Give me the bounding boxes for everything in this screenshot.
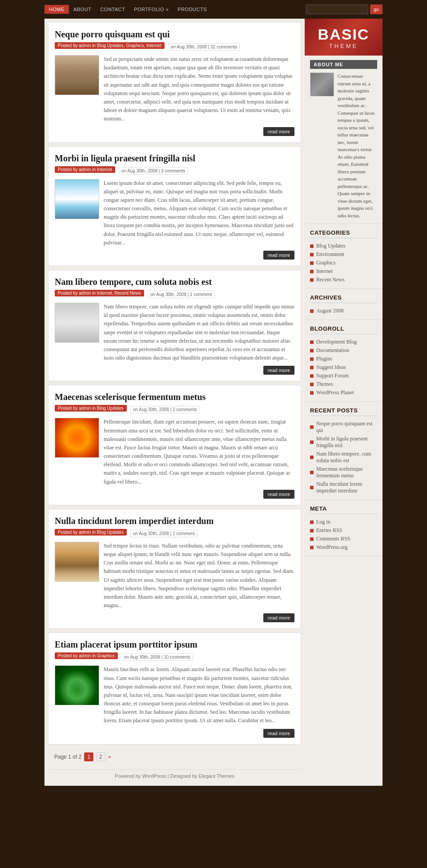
about-me-image (310, 72, 334, 96)
bullet-icon (310, 383, 314, 386)
bullet-icon (310, 471, 314, 474)
post-6-read-more[interactable]: read more (263, 729, 294, 738)
post-4-text: Pellentesque tincidunt, diam eget accums… (104, 418, 294, 486)
category-recent-news[interactable]: Recent News (310, 276, 377, 284)
bullet-icon (310, 529, 314, 532)
blogroll-docs[interactable]: Documentation (310, 346, 377, 355)
post-3-title[interactable]: Nam libero tempore, cum soluta nobis est (55, 276, 294, 287)
blogroll-support[interactable]: Support Forum (310, 372, 377, 380)
bullet-icon (310, 366, 314, 369)
meta-section: META Log in Entries RSS Comments RSS Wor… (305, 501, 383, 556)
post-1-title[interactable]: Neque porro quisquam est qui (55, 29, 294, 40)
post-2-image (55, 179, 99, 219)
category-environment[interactable]: Environment (310, 250, 377, 259)
post-3-date: on Aug 30th, 2008 | 1 comment (148, 291, 215, 298)
archive-aug-2008[interactable]: August 2008 (310, 307, 377, 315)
pagination: Page 1 of 2 1 2 » (48, 748, 301, 766)
bullet-icon (310, 440, 314, 444)
search-go-button[interactable]: go (370, 4, 383, 14)
post-5-read-more[interactable]: read more (263, 613, 294, 622)
post-3-read-more[interactable]: read more (263, 366, 294, 375)
about-me-section: ABOUT ME Consectetuer rutrum urna ni, a … (305, 56, 383, 224)
category-internet[interactable]: Internet (310, 267, 377, 276)
blogroll-section: BLOGROLL Development Blog Documentation … (305, 321, 383, 402)
bullet-icon (310, 486, 314, 489)
about-me-heading: ABOUT ME (310, 60, 377, 69)
post-1-meta: Posted by admin in Blog Updates, Graphic… (55, 42, 165, 49)
footer-text: Powered by WordPress | Designed by Elega… (115, 773, 234, 779)
page-2[interactable]: 2 (96, 752, 105, 761)
post-5-meta: Posted by admin in Blog Updates (55, 529, 127, 536)
post-4-image (55, 418, 99, 458)
bullet-icon (310, 546, 314, 549)
bullet-icon (310, 349, 314, 352)
bullet-icon (310, 374, 314, 378)
post-2-text: Lorem ipsum dolor sit amet, consectetuer… (104, 179, 294, 248)
post-3-meta: Posted by admin in Internet, Recent News (55, 290, 144, 296)
blogroll-plugins[interactable]: Plugins (310, 355, 377, 363)
bullet-icon (310, 244, 314, 248)
bullet-icon (310, 425, 314, 429)
bullet-icon (310, 278, 314, 282)
footer: Powered by WordPress | Designed by Elega… (48, 769, 301, 782)
post-2-read-more[interactable]: read more (263, 251, 294, 260)
bullet-icon (310, 391, 314, 395)
recent-posts-section: RECENT POSTS Neque porro quisquam est qu… (305, 403, 383, 500)
post-4-read-more[interactable]: read more (263, 490, 294, 499)
nav-about[interactable]: ABOUT (69, 7, 96, 12)
nav-portfolio[interactable]: PORTFOLIO » (129, 7, 173, 12)
blogroll-title: BLOGROLL (310, 325, 377, 334)
post-1: Neque porro quisquam est qui Posted by a… (48, 22, 301, 143)
recent-post-1[interactable]: Neque porro quisquam est qui (310, 420, 377, 435)
blogroll-suggest[interactable]: Suggest Ideas (310, 363, 377, 372)
archives-list: August 2008 (310, 307, 377, 315)
recent-posts-list: Neque porro quisquam est qui Morbi in li… (310, 420, 377, 495)
post-6-meta: Posted by admin in Graphics (55, 652, 118, 659)
post-5-title[interactable]: Nulla tincidunt lorem imperdiet interdum (55, 516, 294, 526)
post-6-date: on Aug 30th, 2008 | 10 comments (121, 653, 193, 661)
site-subtitle: THEME (309, 43, 378, 49)
site-logo: BASIC THEME (305, 19, 383, 56)
categories-list: Blog Updates Environment Graphics Intern… (310, 242, 377, 284)
search-input[interactable] (306, 4, 368, 14)
site-title: BASIC (309, 27, 378, 42)
bullet-icon (310, 340, 314, 344)
post-4-title[interactable]: Maecenas scelerisque fermentum metus (55, 392, 294, 402)
blogroll-wp[interactable]: WordPress Planet (310, 388, 377, 397)
nav-contact[interactable]: CONTACT (96, 7, 129, 12)
meta-login[interactable]: Log in (310, 518, 377, 526)
category-blog-updates[interactable]: Blog Updates (310, 242, 377, 250)
post-2: Morbi in ligula praesent fringilla nisl … (48, 146, 301, 267)
post-5-date: on Aug 30th, 2008 | 1 comment (130, 530, 197, 537)
meta-list: Log in Entries RSS Comments RSS WordPres… (310, 518, 377, 552)
post-4-meta: Posted by admin in Blog Updates (55, 405, 127, 412)
blogroll-dev[interactable]: Development Blog (310, 338, 377, 346)
bullet-icon (310, 270, 314, 273)
page-1[interactable]: 1 (84, 752, 93, 761)
meta-entries-rss[interactable]: Entries RSS (310, 526, 377, 535)
post-6: Etiam placerat ipsum porttitor ipsum Pos… (48, 632, 301, 744)
post-1-image (55, 55, 99, 95)
archives-section: ARCHIVES August 2008 (305, 290, 383, 320)
categories-title: CATEGORIES (310, 229, 377, 238)
post-6-image (55, 665, 99, 705)
nav-products[interactable]: PRODUCTS (173, 7, 211, 12)
blogroll-themes[interactable]: Themes (310, 380, 377, 388)
recent-post-2[interactable]: Morbi in ligula praesent fringilla nisl (310, 435, 377, 450)
post-3-text: Nam libero tempore, cum soluta nobis est… (104, 303, 294, 362)
recent-post-4[interactable]: Maecenas scelerisque fermentum metus (310, 465, 377, 480)
bullet-icon (310, 261, 314, 265)
category-graphics[interactable]: Graphics (310, 259, 377, 267)
page-next[interactable]: » (108, 754, 111, 760)
recent-post-3[interactable]: Nam libero tempore, cum soluta nobis est (310, 450, 377, 465)
post-1-read-more[interactable]: read more (263, 127, 294, 136)
about-me-text: Consectetuer rutrum urna ni, a molestie … (338, 72, 377, 219)
post-2-title[interactable]: Morbi in ligula praesent fringilla nisl (55, 153, 294, 164)
recent-posts-title: RECENT POSTS (310, 407, 377, 416)
meta-comments-rss[interactable]: Comments RSS (310, 535, 377, 543)
post-6-title[interactable]: Etiam placerat ipsum porttitor ipsum (55, 639, 294, 650)
recent-post-5[interactable]: Nulla tincidunt lorem imperdiet interdum (310, 480, 377, 495)
blogroll-list: Development Blog Documentation Plugins S… (310, 338, 377, 397)
meta-wporg[interactable]: WordPress.org (310, 543, 377, 552)
nav-home[interactable]: HOME (44, 5, 69, 14)
